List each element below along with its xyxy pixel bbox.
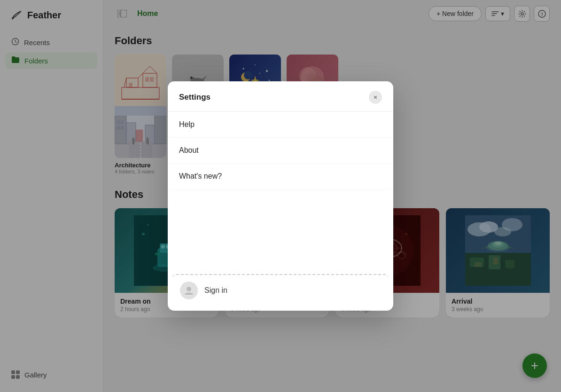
modal-item-about[interactable]: About <box>168 138 393 164</box>
whats-new-menu-label: What's new? <box>179 172 222 180</box>
modal-overlay[interactable]: Settings × Help About What's new? <box>0 0 561 392</box>
modal-item-whats-new[interactable]: What's new? <box>168 164 393 189</box>
sign-in-avatar <box>180 282 198 299</box>
modal-body: Help About What's new? Sign in <box>168 112 393 306</box>
sign-in-label: Sign in <box>204 286 227 295</box>
svg-point-118 <box>187 287 191 291</box>
sign-in-section[interactable]: Sign in <box>172 274 389 306</box>
modal-close-button[interactable]: × <box>369 91 382 104</box>
modal-header: Settings × <box>168 81 393 112</box>
help-menu-label: Help <box>179 120 195 129</box>
settings-modal: Settings × Help About What's new? <box>168 81 393 311</box>
modal-spacer <box>168 189 393 274</box>
modal-item-help[interactable]: Help <box>168 112 393 138</box>
close-icon: × <box>374 94 377 101</box>
about-menu-label: About <box>179 146 199 155</box>
user-icon <box>184 285 194 296</box>
modal-title: Settings <box>179 93 210 102</box>
